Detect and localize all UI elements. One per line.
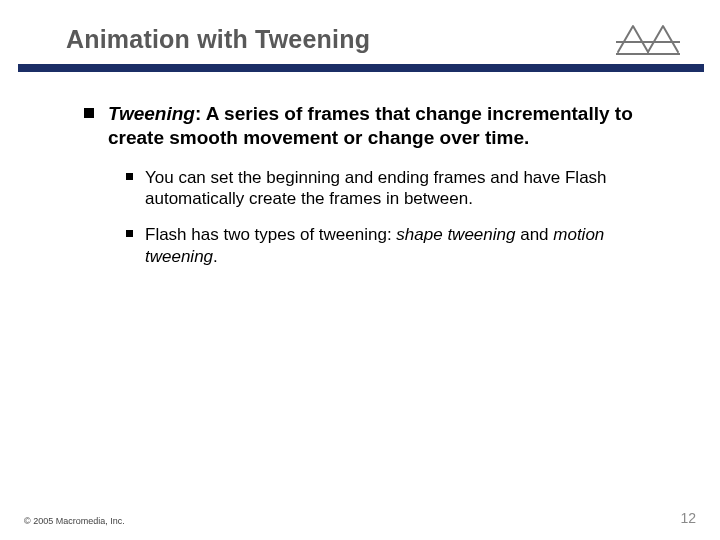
sub-bullet-text: Flash has two types of tweening: shape t… [145,224,680,268]
main-bullet: Tweening: A series of frames that change… [84,102,680,151]
footer: © 2005 Macromedia, Inc. 12 [0,510,720,526]
content-area: Tweening: A series of frames that change… [0,72,720,268]
sub-bullet: Flash has two types of tweening: shape t… [126,224,680,268]
bullet-square-icon [126,173,133,180]
sub-bullet-text: You can set the beginning and ending fra… [145,167,680,211]
slide: Animation with Tweening Tweening: A seri… [0,0,720,540]
sub2-pre: Flash has two types of tweening: [145,225,396,244]
term-tweening: Tweening [108,103,195,124]
sub-bullet-list: You can set the beginning and ending fra… [84,167,680,268]
sub2-post: . [213,247,218,266]
bullet-square-icon [126,230,133,237]
copyright-text: © 2005 Macromedia, Inc. [24,516,125,526]
sub2-mid: and [515,225,553,244]
title-row: Animation with Tweening [0,0,720,64]
page-number: 12 [680,510,696,526]
page-title: Animation with Tweening [66,25,370,54]
sub-bullet: You can set the beginning and ending fra… [126,167,680,211]
em-shape-tweening: shape tweening [396,225,515,244]
macromedia-icon [616,22,680,56]
divider-bar [18,64,704,72]
main-bullet-text: Tweening: A series of frames that change… [108,102,680,151]
bullet-square-icon [84,108,94,118]
